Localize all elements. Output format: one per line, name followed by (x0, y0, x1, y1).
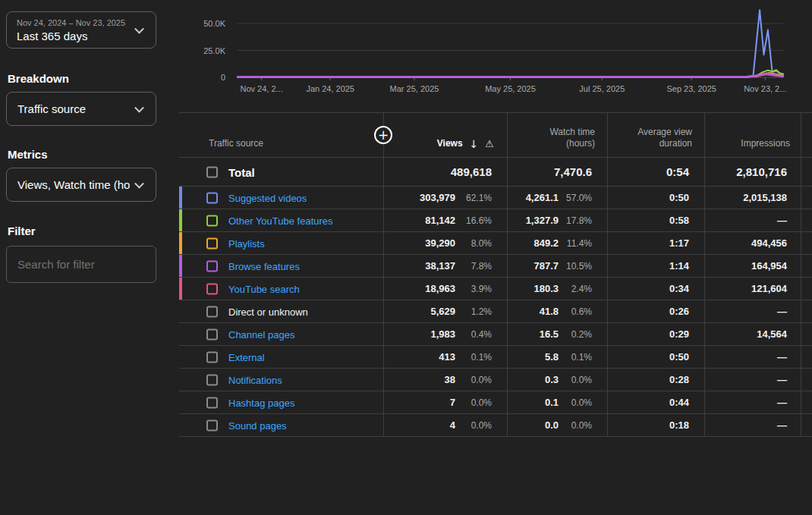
table-row[interactable]: Channel pages 1,9830.4% 16.50.2% 0:29 14… (179, 323, 812, 346)
table-row[interactable]: Suggested videos 303,97962.1% 4,261.157.… (179, 187, 812, 209)
traffic-source-link[interactable]: External (228, 351, 265, 363)
series-color-indicator (179, 187, 182, 209)
x-axis-tick-label: Jan 24, 2025 (306, 84, 354, 93)
series-color-indicator (179, 278, 182, 300)
traffic-source-link[interactable]: Other YouTube features (228, 215, 333, 226)
traffic-line-chart: 50.0K25.0K0Nov 24, 2...Jan 24, 2025Mar 2… (179, 0, 812, 111)
table-row[interactable]: Browse features 38,1377.8% 787.710.5% 1:… (179, 255, 812, 278)
traffic-source-link[interactable]: Channel pages (228, 328, 294, 340)
avg-duration-cell: 0:29 (607, 323, 704, 345)
views-cell: 1,9830.4% (383, 323, 507, 345)
views-cell: 303,97962.1% (383, 187, 507, 209)
row-checkbox[interactable] (206, 351, 218, 363)
views-cell: 39,2908.0% (383, 232, 507, 254)
chevron-down-icon (134, 24, 144, 33)
table-row[interactable]: Playlists 39,2908.0% 849.211.4% 1:17 494… (179, 232, 812, 255)
traffic-source-link[interactable]: Sound pages (228, 419, 287, 431)
table-body: Suggested videos 303,97962.1% 4,261.157.… (179, 187, 812, 437)
metrics-selected-value: Views, Watch time (ho... (17, 178, 130, 191)
breakdown-select[interactable]: Traffic source (6, 92, 156, 126)
total-avg-duration-cell: 0:54 (607, 158, 704, 186)
traffic-source-link[interactable]: Notifications (228, 374, 282, 385)
date-range-text: Nov 24, 2024 – Nov 23, 2025 (17, 17, 130, 28)
impressions-cell: — (704, 369, 801, 391)
avg-duration-cell: 1:14 (607, 255, 704, 277)
row-spacer (801, 209, 812, 231)
traffic-source-label[interactable]: Direct or unknown (228, 306, 308, 317)
column-header-avg-view-duration[interactable]: Average view duration (607, 113, 704, 157)
views-cell: 40.0% (383, 414, 507, 436)
series-color-indicator (179, 232, 182, 254)
column-header-spacer (801, 113, 812, 157)
traffic-source-cell: Channel pages (179, 323, 383, 345)
row-checkbox[interactable] (206, 397, 218, 408)
table-row[interactable]: Sound pages 40.0% 0.00.0% 0:18 — (179, 414, 812, 437)
column-header-traffic-source[interactable]: Traffic source (179, 113, 383, 157)
table-row[interactable]: External 4130.1% 5.80.1% 0:50 — (179, 346, 812, 369)
table-row[interactable]: Hashtag pages 70.0% 0.10.0% 0:44 — (179, 391, 812, 414)
traffic-source-cell: External (179, 346, 383, 368)
row-checkbox[interactable] (206, 419, 218, 431)
table-row[interactable]: Other YouTube features 81,14216.6% 1,327… (179, 209, 812, 232)
views-cell: 380.0% (383, 369, 507, 391)
row-checkbox[interactable] (206, 374, 218, 385)
traffic-source-link[interactable]: YouTube search (228, 283, 300, 294)
column-header-impressions[interactable]: Impressions (704, 113, 801, 157)
x-axis-tick-label: Sep 23, 2025 (666, 84, 716, 93)
watch-time-cell: 0.30.0% (507, 369, 607, 391)
impressions-cell: — (704, 414, 801, 436)
row-spacer (801, 323, 812, 345)
sort-descending-icon[interactable]: ↓ (470, 139, 479, 149)
traffic-source-cell: YouTube search (179, 278, 383, 300)
traffic-source-cell: Suggested videos (179, 187, 383, 209)
filter-input[interactable] (6, 246, 156, 283)
row-spacer (801, 369, 812, 391)
traffic-source-link[interactable]: Browse features (228, 260, 300, 272)
row-spacer (801, 391, 812, 413)
row-checkbox[interactable] (206, 237, 218, 249)
row-checkbox[interactable] (206, 283, 218, 294)
row-checkbox[interactable] (206, 192, 218, 203)
avg-duration-cell: 0:50 (607, 346, 704, 368)
date-range-selector[interactable]: Nov 24, 2024 – Nov 23, 2025 Last 365 day… (6, 11, 156, 49)
views-cell: 81,14216.6% (383, 209, 507, 231)
traffic-source-link[interactable]: Playlists (228, 237, 265, 249)
date-range-preset: Last 365 days (17, 29, 130, 44)
avg-duration-cell: 0:34 (607, 278, 704, 300)
row-spacer (801, 255, 812, 277)
table-row[interactable]: Direct or unknown 5,6291.2% 41.80.6% 0:2… (179, 300, 812, 323)
warning-icon[interactable]: ⚠ (485, 139, 494, 149)
x-axis-tick-label: Nov 24, 2... (240, 84, 282, 93)
add-metric-button[interactable]: + (374, 126, 392, 144)
avg-duration-cell: 0:44 (607, 391, 704, 413)
traffic-source-link[interactable]: Hashtag pages (228, 397, 294, 408)
metrics-select[interactable]: Views, Watch time (ho... (6, 168, 156, 202)
watch-time-cell: 4,261.157.0% (507, 187, 607, 209)
table-row[interactable]: Notifications 380.0% 0.30.0% 0:28 — (179, 369, 812, 391)
impressions-cell: — (704, 300, 801, 322)
watch-time-cell: 5.80.1% (507, 346, 607, 368)
avg-duration-cell: 0:26 (607, 300, 704, 322)
column-header-views[interactable]: Views ↓ ⚠ (383, 113, 507, 157)
x-axis-tick-label: Nov 23, 2... (744, 84, 786, 93)
total-checkbox[interactable] (206, 166, 218, 177)
impressions-cell: — (704, 391, 801, 413)
traffic-source-link[interactable]: Suggested videos (228, 192, 307, 203)
row-checkbox[interactable] (206, 328, 218, 340)
row-checkbox[interactable] (206, 260, 218, 272)
impressions-cell: 14,564 (704, 323, 801, 345)
table-row[interactable]: YouTube search 18,9633.9% 180.32.4% 0:34… (179, 278, 812, 300)
chevron-down-icon (134, 178, 144, 188)
filter-heading: Filter (8, 225, 36, 237)
watch-time-cell: 16.50.2% (507, 323, 607, 345)
column-header-watch-time[interactable]: Watch time (hours) (507, 113, 607, 157)
x-axis-tick-label: Mar 25, 2025 (390, 84, 439, 93)
row-spacer (801, 278, 812, 300)
total-label: Total (228, 165, 255, 178)
traffic-source-cell: Notifications (179, 369, 383, 391)
row-checkbox[interactable] (206, 306, 218, 317)
row-checkbox[interactable] (206, 215, 218, 226)
watch-time-cell: 1,327.917.8% (507, 209, 607, 231)
watch-time-cell: 0.10.0% (507, 391, 607, 413)
breakdown-selected-value: Traffic source (17, 102, 86, 115)
